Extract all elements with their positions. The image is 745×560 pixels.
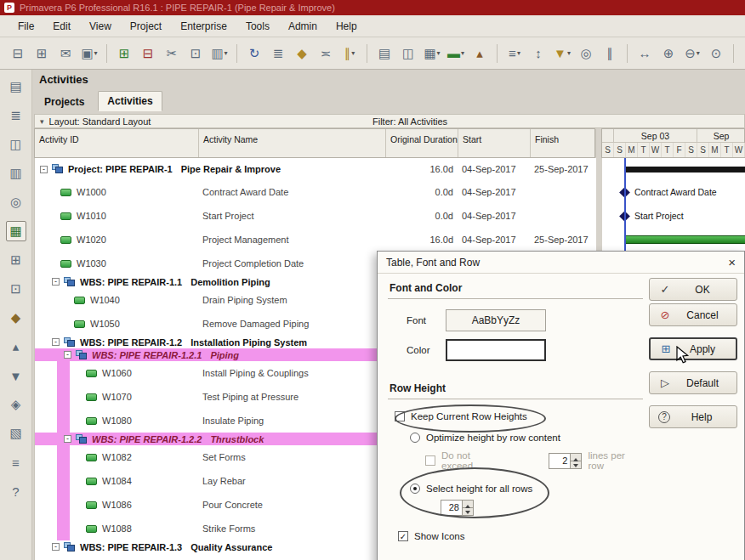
print-preview-icon[interactable]: ⊞ (31, 42, 53, 65)
icon-glyph: ≍ (321, 46, 332, 61)
help-button[interactable]: ?Help (649, 405, 737, 428)
assign-resource-icon[interactable]: ◆ (291, 42, 313, 65)
zoom-out-icon[interactable]: ⊖▾ (681, 42, 703, 65)
layout-icon[interactable]: ▤ (373, 42, 395, 65)
wps-docs-view-icon[interactable]: ⊡ (6, 279, 26, 299)
activity-id: W1050 (90, 319, 120, 329)
print-icon[interactable]: ⊟ (7, 42, 29, 65)
show-icons-checkbox[interactable]: ✓ (398, 531, 408, 541)
expenses-view-icon[interactable]: ◆ (6, 308, 26, 328)
column-header[interactable]: Start (458, 129, 531, 157)
tab-activities[interactable]: Activities (98, 91, 162, 111)
spotlight-icon[interactable]: ∥ (599, 42, 621, 65)
add-activity-icon[interactable]: ⊞ (113, 42, 135, 65)
timescale-icon[interactable]: ↔ (634, 42, 656, 65)
relationship-lines-icon[interactable]: ≍ (315, 42, 337, 65)
column-header[interactable]: Original Duration (386, 129, 458, 157)
gantt-day-cell: M (709, 143, 721, 157)
gantt-icon[interactable]: ▬▾ (445, 42, 467, 65)
zoom-fit-icon[interactable]: ⊙ (705, 42, 727, 65)
table-icon[interactable]: ▦▾ (421, 42, 443, 65)
find-icon[interactable]: ◎ (575, 42, 597, 65)
keep-current-row-heights-checkbox[interactable] (395, 411, 405, 421)
table-row-project-pipe-repair-1[interactable]: -Project: PIPE REPAIR-1Pipe Repair & Imp… (35, 158, 745, 180)
expand-all-icon[interactable]: + (740, 42, 745, 65)
cut-icon[interactable]: ✂ (161, 42, 183, 65)
ok-button[interactable]: ✓OK (649, 278, 737, 301)
filter-icon[interactable]: ▼▾ (551, 42, 573, 65)
apply-button[interactable]: ⊞Apply (649, 337, 737, 360)
reports-view-icon[interactable]: ▥ (6, 163, 26, 184)
collapse-icon[interactable]: - (52, 543, 60, 551)
default-button[interactable]: ▷Default (649, 371, 737, 394)
column-header[interactable]: Activity ID (35, 129, 199, 157)
close-icon[interactable]: × (728, 255, 736, 269)
email-icon[interactable]: ✉ (54, 42, 77, 65)
activity-name-cell: Contract Award Date (199, 180, 386, 204)
exceed-lines-spinner[interactable]: 2 (549, 453, 582, 469)
menu-item-edit[interactable]: Edit (43, 17, 80, 36)
do-not-exceed-checkbox[interactable] (425, 455, 435, 466)
menu-item-tools[interactable]: Tools (236, 17, 279, 36)
optimize-height-radio[interactable] (410, 433, 420, 443)
layout-options-icon[interactable]: ▾ (40, 117, 44, 126)
collapse-icon[interactable]: - (64, 435, 71, 443)
zoom-in-icon[interactable]: ⊕ (657, 42, 680, 65)
assignments-view-icon[interactable]: ⊞ (6, 250, 26, 270)
chart-icon[interactable]: ▴ (469, 42, 491, 65)
progress-spotlight-icon[interactable]: ∥▾ (338, 42, 361, 65)
color-swatch-button[interactable] (446, 339, 546, 361)
table-row-w1020[interactable]: W1020Project Management16.0d04-Sep-20172… (35, 228, 745, 252)
issues-view-icon[interactable]: ▼ (6, 365, 26, 386)
select-height-radio[interactable] (410, 484, 420, 494)
thresholds-view-icon[interactable]: ▴ (6, 337, 26, 357)
screenshot-icon[interactable]: ▣▾ (78, 42, 100, 65)
delete-activity-icon[interactable]: ⊟ (137, 42, 159, 65)
indent-spacer (35, 438, 64, 439)
paste-icon[interactable]: ▥▾ (208, 42, 230, 65)
wbs-view-icon[interactable]: ≣ (6, 105, 26, 126)
font-preview-button[interactable]: AaBbYyZz (446, 309, 546, 331)
collapse-icon[interactable]: - (64, 351, 71, 359)
chevron-down-icon: ▾ (225, 49, 228, 57)
spin-up-icon[interactable] (463, 501, 473, 508)
projects-view-icon[interactable]: ▤ (6, 76, 26, 97)
spin-down-icon[interactable] (463, 508, 473, 515)
collapse-icon[interactable]: - (40, 166, 48, 173)
copy-icon[interactable]: ⊡ (185, 42, 207, 65)
tab-projects[interactable]: Projects (36, 93, 93, 111)
activities-view-icon[interactable]: ▦ (6, 221, 26, 241)
level-resources-icon[interactable]: ≣ (267, 42, 289, 65)
spin-up-icon[interactable] (571, 454, 581, 461)
schedule-icon[interactable]: ↻ (243, 42, 265, 65)
spin-down-icon[interactable] (571, 461, 581, 468)
column-header[interactable]: Finish (531, 129, 596, 157)
risks-view-icon[interactable]: ◈ (6, 394, 26, 415)
menu-item-view[interactable]: View (80, 17, 121, 36)
layout-options-bar[interactable]: ▾ Layout: Standard Layout Filter: All Ac… (34, 114, 745, 128)
notebooks-view-icon[interactable]: ▧ (6, 423, 26, 444)
help-view-icon[interactable]: ? (6, 481, 26, 501)
menu-item-enterprise[interactable]: Enterprise (171, 17, 236, 36)
tracking-view-icon[interactable]: ◎ (6, 192, 26, 212)
activity-id-cell: W1020 (35, 228, 199, 252)
spinner-arrows[interactable] (570, 454, 581, 468)
columns-icon[interactable]: ◫ (397, 42, 419, 65)
column-header[interactable]: Activity Name (199, 129, 386, 157)
menu-item-help[interactable]: Help (327, 17, 367, 36)
collapse-icon[interactable]: - (52, 338, 60, 346)
group-sort-icon[interactable]: ≡▾ (503, 42, 526, 65)
row-height-spinner[interactable]: 28 (441, 500, 474, 516)
menu-item-admin[interactable]: Admin (279, 17, 327, 36)
admin-view-icon[interactable]: ≡ (6, 452, 26, 472)
resources-view-icon[interactable]: ◫ (6, 134, 26, 155)
spinner-arrows[interactable] (462, 501, 473, 515)
menu-item-file[interactable]: File (9, 17, 43, 36)
menu-item-project[interactable]: Project (121, 17, 171, 36)
table-row-w1000[interactable]: W1000Contract Award Date0.0d04-Sep-2017C… (35, 180, 745, 204)
collapse-icon[interactable]: - (52, 278, 60, 286)
sort-icon[interactable]: ↕ (527, 42, 549, 65)
dialog-title-bar[interactable]: Table, Font and Row × (378, 252, 744, 274)
table-row-w1010[interactable]: W1010Start Project0.0d04-Sep-2017Start P… (35, 204, 745, 228)
cancel-button[interactable]: ⊘Cancel (649, 303, 737, 326)
